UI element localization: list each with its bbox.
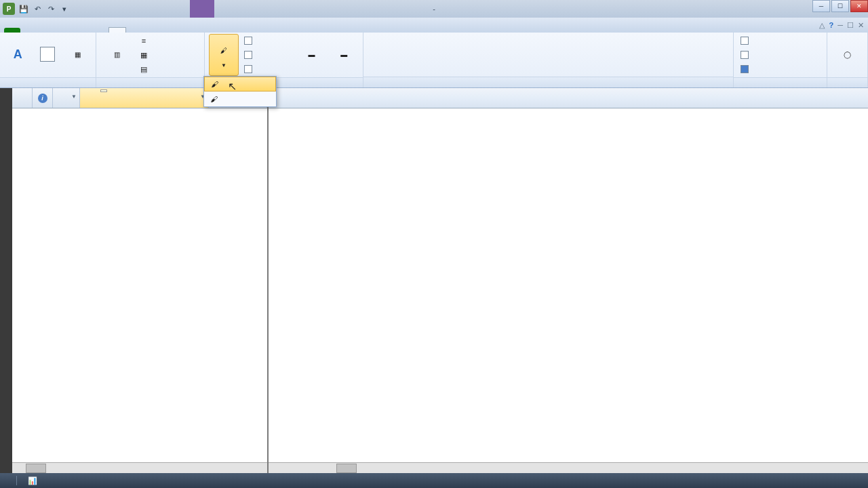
gridlines-button[interactable] <box>34 34 61 76</box>
align-left-button[interactable]: ≡ <box>136 34 155 47</box>
scrollbar-thumb[interactable] <box>336 464 357 473</box>
slack-checkbox[interactable] <box>241 48 294 62</box>
redo-icon[interactable]: ↷ <box>45 3 57 15</box>
gantt-style-gallery[interactable] <box>363 33 733 77</box>
help-icon[interactable]: ? <box>829 21 833 29</box>
menu-item-bar-styles[interactable]: 🖌 <box>204 92 276 106</box>
gridlines-icon <box>40 47 55 62</box>
col-rownum[interactable] <box>12 88 33 108</box>
format-dropdown-menu: 🖌 🖌 <box>203 76 277 107</box>
gantt-body[interactable] <box>269 108 868 462</box>
undo-icon[interactable]: ↶ <box>31 3 43 15</box>
col-info[interactable]: i <box>33 88 53 108</box>
table-body <box>12 108 267 462</box>
group-label-showhide <box>734 77 827 87</box>
save-icon[interactable]: 💾 <box>18 3 30 15</box>
drawing-button[interactable]: ◯ <box>831 34 863 76</box>
close-button[interactable]: ✕ <box>850 0 868 12</box>
tab-view[interactable] <box>72 28 88 33</box>
mdi-close-icon[interactable]: ✕ <box>858 21 864 30</box>
critical-tasks-checkbox[interactable] <box>241 34 294 47</box>
gantt-chart <box>269 88 868 473</box>
minimize-ribbon-icon[interactable]: △ <box>819 21 825 30</box>
group-label-ganttstyle <box>363 77 733 87</box>
col-task-mode[interactable]: ▼ <box>53 88 80 108</box>
group-label-drawings <box>827 77 867 87</box>
status-mode-icon: 📊 <box>28 476 37 485</box>
status-bar: 📊 <box>0 473 868 488</box>
late-tasks-checkbox[interactable] <box>241 62 294 76</box>
ribbon-tabs: △ ? ─ ☐ ✕ <box>0 18 868 33</box>
text-styles-icon: A <box>8 45 27 64</box>
task-table: i ▼ ▼ ▼ <box>12 88 269 473</box>
window-controls: ─ ☐ ✕ <box>811 0 868 12</box>
column-settings-icon: ▦ <box>138 49 149 60</box>
scrollbar-thumb[interactable] <box>26 464 46 473</box>
qat-more-icon[interactable]: ▾ <box>58 3 71 15</box>
text-styles-button[interactable]: A <box>4 34 31 76</box>
layout-button[interactable]: ▦ <box>64 34 92 76</box>
view-sidebar[interactable] <box>0 88 12 473</box>
outline-number-checkbox[interactable] <box>738 34 755 47</box>
group-label-format <box>0 77 96 87</box>
custom-fields-button[interactable]: ▤ <box>136 62 155 76</box>
checkbox-checked-icon <box>741 65 749 73</box>
layout-icon: ▦ <box>68 45 87 64</box>
tab-resource[interactable] <box>39 28 56 33</box>
ribbon: A ▦ ▥ ≡ ▦ ▤ 🖌▼ ▬ ▬ <box>0 33 868 88</box>
bar-styles-icon: 🖌 <box>208 94 219 104</box>
column-settings-button[interactable]: ▦ <box>136 48 155 62</box>
maximize-button[interactable]: ☐ <box>831 0 849 12</box>
table-hscrollbar[interactable] <box>12 462 267 473</box>
checkbox-icon <box>244 51 252 59</box>
menu-item-bar[interactable]: 🖌 <box>204 77 276 92</box>
align-left-icon: ≡ <box>138 35 149 46</box>
title-bar: P 💾 ↶ ↷ ▾ - ─ ☐ ✕ <box>0 0 868 18</box>
checkbox-icon <box>741 51 749 59</box>
slippage-button[interactable]: ▬ <box>329 34 359 76</box>
baseline-button[interactable]: ▬ <box>297 34 327 76</box>
info-icon: i <box>38 94 47 103</box>
group-label-columns <box>96 77 204 87</box>
gantt-hscrollbar[interactable] <box>269 462 868 473</box>
drawing-icon: ◯ <box>838 45 857 64</box>
checkbox-icon <box>244 65 252 73</box>
checkbox-icon <box>244 37 252 45</box>
main-area: i ▼ ▼ ▼ <box>0 88 868 473</box>
insert-column-icon: ▥ <box>107 45 126 64</box>
minimize-button[interactable]: ─ <box>812 0 830 12</box>
baseline-icon: ▬ <box>302 45 321 64</box>
bar-icon: 🖌 <box>209 79 220 89</box>
tab-task[interactable] <box>23 28 39 33</box>
format-paint-icon: 🖌 <box>214 41 233 60</box>
mdi-restore-icon[interactable]: ☐ <box>847 21 854 30</box>
gantt-timescale[interactable] <box>269 88 868 108</box>
window-title: - <box>431 0 437 18</box>
mdi-min-icon[interactable]: ─ <box>837 21 843 29</box>
tooltip <box>100 89 107 92</box>
project-summary-checkbox[interactable] <box>738 48 755 62</box>
insert-column-button[interactable]: ▥ <box>100 34 133 76</box>
checkbox-icon <box>741 37 749 45</box>
custom-fields-icon: ▤ <box>138 64 149 75</box>
tab-project[interactable] <box>56 28 72 33</box>
app-icon[interactable]: P <box>3 3 15 15</box>
summary-tasks-checkbox[interactable] <box>738 62 755 76</box>
format-dropdown-button[interactable]: 🖌▼ <box>209 34 239 76</box>
chevron-down-icon[interactable]: ▼ <box>71 94 78 100</box>
quick-access-toolbar: P 💾 ↶ ↷ ▾ <box>0 0 73 18</box>
tab-format[interactable] <box>108 27 126 33</box>
slippage-icon: ▬ <box>334 45 353 64</box>
tab-file[interactable] <box>4 28 20 33</box>
contextual-tab-label <box>190 0 214 18</box>
col-task-name[interactable]: ▼ <box>80 88 209 108</box>
